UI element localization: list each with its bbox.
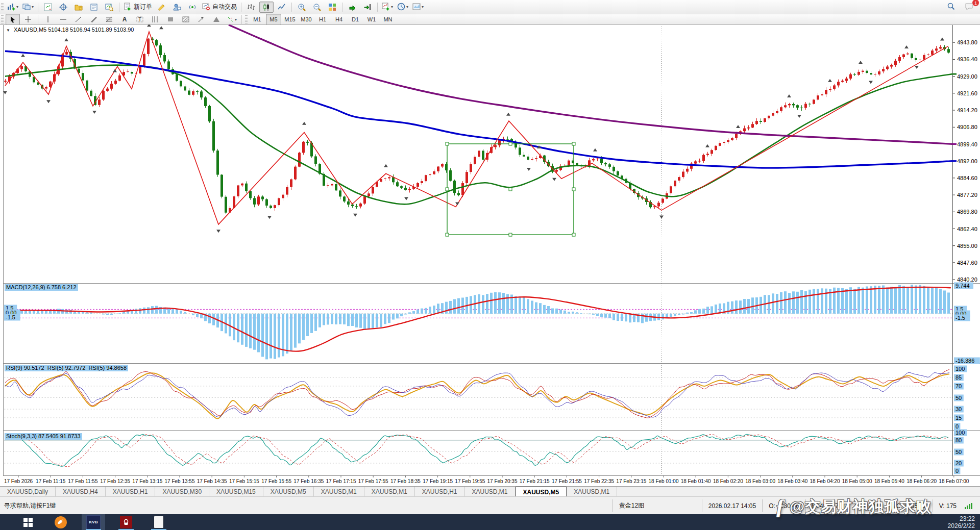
chart-tab-5[interactable]: XAUUSD,M15 [209,487,263,497]
svg-text:20: 20 [955,460,962,466]
chart-symbol: XAUUSD,M5 [14,27,46,33]
separator [38,3,38,12]
zoom-out-button[interactable] [310,2,324,13]
auto-scroll-button[interactable] [345,2,359,13]
timeframe-m30-button[interactable]: M30 [299,14,314,25]
svg-text:0: 0 [955,423,959,430]
rectangle-button[interactable] [163,14,178,25]
pattern-button[interactable] [179,14,193,25]
tile-windows-button[interactable] [325,2,339,13]
status-low: L: 4929.62 [848,499,890,512]
notepad-app-icon[interactable] [147,514,170,530]
separator [342,3,342,12]
templates-button[interactable]: ▾ [411,2,425,13]
kvb-app-icon[interactable]: KVB [82,514,105,530]
drawing-toolbar: A T ▾ M1M5M15M30H1H4D1W1MN [0,14,980,25]
toolbar-grip [245,15,248,23]
svg-text:4943.80: 4943.80 [957,39,977,45]
red-app-icon[interactable] [114,514,138,530]
fibonacci-button[interactable] [102,14,116,25]
new-chart-button[interactable]: ▾ [6,2,20,13]
chart-tab-3[interactable]: XAUUSD,H1 [106,487,156,497]
browser-icon[interactable] [49,514,72,530]
line-chart-button[interactable] [275,2,289,13]
chart-tab-6[interactable]: XAUUSD,M5 [263,487,314,497]
alerts-button[interactable] [185,2,200,13]
autotrading-button[interactable]: 自动交易 [201,2,238,13]
chart-tab-4[interactable]: XAUUSD,M30 [155,487,209,497]
chart-tab-1[interactable]: XAUUSD,Daily [0,487,56,497]
chart-tab-12[interactable]: XAUUSD,M1 [567,487,617,497]
chart-canvas[interactable]: 4943.804936.404929.004921.604914.204906.… [0,24,980,486]
chevron-down-icon: ▾ [406,5,408,9]
triangle-button[interactable] [209,14,224,25]
separator [119,3,119,12]
experts-button[interactable] [170,2,184,13]
zoom-in-button[interactable] [295,2,309,13]
chart-tab-2[interactable]: XAUUSD,H4 [56,487,106,497]
svg-text:17 Feb 14:35: 17 Feb 14:35 [197,478,227,484]
label-button[interactable]: T [133,14,147,25]
horizontal-line-button[interactable] [56,14,70,25]
timeframe-toolbar: M1M5M15M30H1H4D1W1MN [249,14,396,25]
notifications-button[interactable]: 1 [962,1,976,12]
stoch-indicator-label: Stoch(9,3,3) 87.5405 91.8733 [5,433,82,440]
timeframe-h1-button[interactable]: H1 [315,14,330,25]
trendline-button[interactable] [71,14,86,25]
terminal-button[interactable] [87,2,101,13]
status-bar-time: 2026.02.17 14:05 [702,499,762,512]
taskbar-clock[interactable]: 23:22 2026/2/22 [948,515,975,529]
svg-text:-1.5: -1.5 [6,314,15,320]
collapse-arrow-icon[interactable]: ▼ [6,28,10,33]
pointer-button[interactable] [6,14,20,25]
channel-button[interactable] [87,14,101,25]
chart-tab-9[interactable]: XAUUSD,H1 [415,487,465,497]
chart-shift-button[interactable] [360,2,375,13]
metaeditor-button[interactable] [155,2,169,13]
chart-tab-11[interactable]: XAUUSD,M5 [516,487,567,497]
bar-chart-button[interactable] [244,2,258,13]
timeframe-m15-button[interactable]: M15 [282,14,298,25]
candlestick-chart-button[interactable] [259,2,274,13]
chart-tab-8[interactable]: XAUUSD,M1 [364,487,415,497]
new-chart-icon [7,3,15,12]
indicators-button[interactable]: ▾ [380,2,395,13]
svg-text:50: 50 [955,395,962,401]
status-help-text: 寻求帮助,请按F1键 [4,501,56,510]
toolbar-grip [1,15,4,23]
shapes-dropdown-button[interactable]: ▾ [225,14,239,25]
search-icon[interactable] [944,1,959,12]
periods-button[interactable]: ▾ [396,2,410,13]
svg-text:9.744: 9.744 [955,283,970,289]
text-button[interactable]: A [117,14,132,25]
status-profile: 黄金12图 [612,499,702,512]
status-high: H: 4937.78 [805,499,848,512]
timeframe-w1-button[interactable]: W1 [364,14,379,25]
svg-text:18 Feb 01:00: 18 Feb 01:00 [649,478,679,484]
autotrading-icon [202,3,210,12]
timeframe-h4-button[interactable]: H4 [331,14,347,25]
taskbar: KVB 23:22 2026/2/22 [0,514,980,530]
vertical-line-button[interactable] [41,14,55,25]
arrow-line-button[interactable] [194,14,208,25]
timeframe-m1-button[interactable]: M1 [250,14,265,25]
svg-text:17 Feb 21:55: 17 Feb 21:55 [552,478,582,484]
crosshair-button[interactable] [21,14,35,25]
chart-tab-7[interactable]: XAUUSD,M1 [314,487,364,497]
timeframe-m5-button[interactable]: M5 [266,14,281,25]
timeframe-mn-button[interactable]: MN [380,14,396,25]
new-order-button[interactable]: 新订单 [122,2,154,13]
chevron-down-icon: ▾ [16,5,18,9]
svg-text:18 Feb 03:00: 18 Feb 03:00 [745,478,775,484]
timeframe-d1-button[interactable]: D1 [348,14,363,25]
cycle-lines-button[interactable] [148,14,162,25]
chart-tab-10[interactable]: XAUUSD,M1 [465,487,516,497]
start-button[interactable] [16,514,40,530]
profiles-button[interactable]: ▾ [21,2,35,13]
status-bar: 寻求帮助,请按F1键 黄金12图 2026.02.17 14:05 O: 493… [0,496,980,515]
navigator-button[interactable] [71,2,86,13]
market-watch-button[interactable] [41,2,55,13]
data-window-button[interactable] [56,2,70,13]
svg-text:17 Feb 16:35: 17 Feb 16:35 [293,478,324,484]
strategy-tester-button[interactable] [102,2,116,13]
